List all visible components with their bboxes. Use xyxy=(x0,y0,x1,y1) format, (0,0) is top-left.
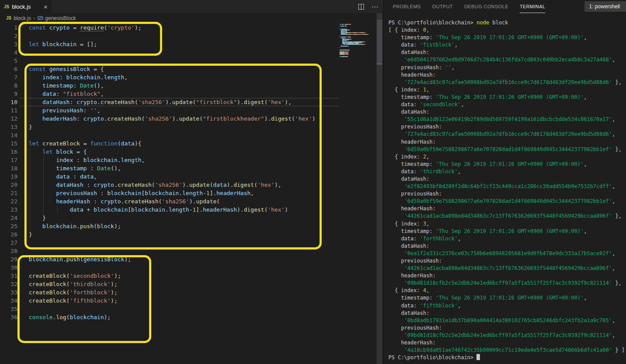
editor-actions: ⋯ xyxy=(358,0,379,13)
line-number: 6 xyxy=(0,65,17,73)
minimap-line-fragment xyxy=(340,35,340,36)
terminal-line: 'e2f82493bf8d289f2d8c64bf2cf23c449cca1c2… xyxy=(388,183,625,190)
line-number: 12 xyxy=(0,115,17,123)
terminal-line: { index: 3, xyxy=(388,220,625,228)
terminal-line: '6d59a0bf59e7588298677a6e707828dad1d4f86… xyxy=(388,146,625,153)
terminal-line: { index: 2, xyxy=(388,153,625,161)
terminal-line: headerHash: xyxy=(388,205,625,212)
minimap[interactable] xyxy=(338,23,376,153)
minimap-line-fragment xyxy=(340,26,340,27)
minimap-line-fragment xyxy=(344,44,345,45)
terminal-line: data: 'secondblock', xyxy=(388,101,625,108)
close-icon[interactable]: × xyxy=(44,3,48,10)
minimap-line-fragment xyxy=(362,42,362,43)
terminal-line: headerHash: xyxy=(388,71,625,79)
line-number: 11 xyxy=(0,106,17,115)
terminal-line: { index: 1, xyxy=(388,86,625,94)
minimap-line-fragment xyxy=(348,40,349,40)
line-number: 35 xyxy=(0,305,17,313)
terminal-line: 'e6d5041797662ed8d9766d7c284b4c136fda7cd… xyxy=(388,56,625,64)
line-number: 1 xyxy=(0,24,17,32)
minimap-line-fragment xyxy=(348,46,349,47)
terminal-line: data: 'thirdblock', xyxy=(388,168,625,175)
tab-terminal[interactable]: TERMINAL xyxy=(520,0,545,13)
minimap-line-fragment xyxy=(364,41,365,42)
terminal-panel: PROBLEMS OUTPUT DEBUG CONSOLE TERMINAL 1… xyxy=(383,0,626,364)
minimap-line-fragment xyxy=(350,24,351,25)
terminal-line: '4a18cb9da051ae746f42c35b90009cc71c19ede… xyxy=(388,347,625,354)
minimap-line-fragment xyxy=(347,34,351,35)
terminal-line: timestamp: 'Thu Sep 26 2019 17:01:26 GMT… xyxy=(388,294,625,302)
minimap-line-fragment xyxy=(342,24,344,25)
minimap-line-fragment xyxy=(341,46,344,47)
tab-problems[interactable]: PROBLEMS xyxy=(393,0,421,13)
minimap-line-fragment xyxy=(349,30,350,30)
minimap-line-fragment xyxy=(350,37,351,37)
line-number: 25 xyxy=(0,222,17,230)
minimap-line-fragment xyxy=(351,39,351,40)
line-number: 19 xyxy=(0,172,17,181)
minimap-line-fragment xyxy=(347,56,348,57)
terminal-line: dataHash: xyxy=(388,310,625,317)
breadcrumb-symbol[interactable]: genesisBlock xyxy=(45,15,76,21)
editor-pane: JS block.js × ⋯ JS block.js › xyxy=(0,0,383,364)
terminal-cursor xyxy=(476,354,480,360)
breadcrumb-file[interactable]: block.js xyxy=(14,15,31,21)
line-number: 33 xyxy=(0,288,17,297)
terminal-prompt-line[interactable]: PS C:\portfolio\blockchain> xyxy=(388,354,625,361)
minimap-line-fragment xyxy=(365,44,366,45)
terminal-line: data: 'forthblock', xyxy=(388,235,625,243)
minimap-line-fragment xyxy=(368,34,368,35)
line-number: 8 xyxy=(0,81,17,90)
minimap-line-fragment xyxy=(357,44,361,45)
line-number: 31 xyxy=(0,272,17,280)
terminal-line: timestamp: 'Thu Sep 26 2019 17:01:26 GMT… xyxy=(388,94,625,101)
minimap-line-fragment xyxy=(358,42,362,43)
minimap-line-fragment xyxy=(344,54,347,55)
line-number: 26 xyxy=(0,230,17,239)
terminal-line: '09bd81d18cfb2c5e2dbb24e1ed6bcff97a5f1a5… xyxy=(388,332,625,339)
line-number: 24 xyxy=(0,214,17,222)
minimap-line-fragment xyxy=(345,50,349,51)
terminal-line: dataHash: xyxy=(388,49,625,56)
symbol-variable-icon xyxy=(37,15,43,21)
minimap-line-fragment xyxy=(356,32,360,33)
terminal-line: '6d59a0bf59e7588298677a6e707828dad1d4f86… xyxy=(388,198,625,205)
vscode-window: JS block.js × ⋯ JS block.js › xyxy=(0,0,626,364)
terminal-line: '0ea1f2a331c2376ce03c750b6e68948205681e9… xyxy=(388,250,625,257)
terminal-line: headerHash: xyxy=(388,339,625,347)
line-number: 28 xyxy=(0,247,17,255)
tab-debug-console[interactable]: DEBUG CONSOLE xyxy=(464,0,508,13)
minimap-line-fragment xyxy=(340,54,344,55)
terminal-line: previousHash: xyxy=(388,123,625,131)
terminal-output[interactable]: PS C:\portfolio\blockchain> node block[ … xyxy=(388,19,625,361)
line-number: 4 xyxy=(0,48,17,57)
line-number: 23 xyxy=(0,206,17,214)
split-editor-icon[interactable] xyxy=(358,3,364,10)
terminal-line: previousHash: xyxy=(388,257,625,265)
terminal-line: dataHash: xyxy=(388,243,625,250)
annotation-box-block-logic xyxy=(24,64,322,249)
tab-output[interactable]: OUTPUT xyxy=(432,0,453,13)
line-number: 14 xyxy=(0,131,17,139)
scrollbar-slider[interactable] xyxy=(377,20,382,64)
tab-blockjs[interactable]: JS block.js × xyxy=(0,0,51,13)
line-number: 17 xyxy=(0,156,17,164)
terminal-line: '44261cad1acba898e84d34863c7c13ff6763626… xyxy=(388,212,625,220)
terminal-line: dataHash: xyxy=(388,108,625,116)
minimap-line-fragment xyxy=(340,50,343,51)
terminal-line: '727e4acd83c97cafae50008bd92a7dfb16cce9c… xyxy=(388,131,625,138)
terminal-selector[interactable]: 1: powershell xyxy=(585,1,626,12)
minimap-line-fragment xyxy=(341,34,344,35)
annotation-box-imports xyxy=(18,22,162,56)
editor-scrollbar[interactable] xyxy=(377,13,382,364)
minimap-line-fragment xyxy=(340,47,340,48)
minimap-line-fragment xyxy=(357,34,363,35)
terminal-line: previousHash: xyxy=(388,324,625,332)
tab-bar: JS block.js × ⋯ xyxy=(0,0,383,13)
terminal-line: timestamp: 'Thu Sep 26 2019 17:01:26 GMT… xyxy=(388,34,625,41)
minimap-line-fragment xyxy=(350,44,353,45)
line-number: 10 xyxy=(0,98,17,106)
more-actions-icon[interactable]: ⋯ xyxy=(371,3,379,11)
line-number: 3 xyxy=(0,40,17,48)
